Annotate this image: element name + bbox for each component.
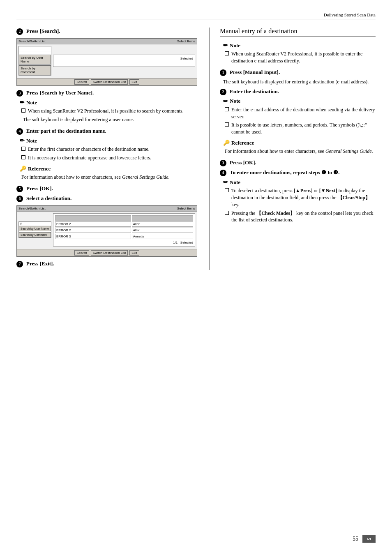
step-2-press-search: 2 Press [Search].: [16, 28, 197, 35]
ss2-footer: Search Switch Destination List Exit: [17, 249, 197, 256]
r-note-2-item-2: It is possible to use letters, numbers, …: [223, 122, 376, 136]
step-3-num: 3: [16, 90, 23, 97]
r-step-1-body: The soft keyboard is displayed for enter…: [220, 78, 376, 85]
ss1-right: Selected: [53, 55, 195, 67]
right-column: Manual entry of a destination ✏ Note Whe…: [210, 28, 376, 270]
screenshot-1: Search/Switch List Select Items Search b…: [16, 38, 197, 86]
r-step-4: 4 To enter more destinations, repeat ste…: [220, 169, 376, 176]
note-4-item-1: Enter the first character or characters …: [20, 146, 197, 153]
r-step-3: 3 Press [OK].: [220, 159, 376, 166]
ref-4-text: For information about how to enter chara…: [20, 174, 197, 181]
r-step-4-num: 4: [220, 170, 226, 176]
ss2-row-allen2: ERROR 2 Allen: [55, 228, 193, 233]
ss1-left: Search by User Name Search by Comment: [18, 46, 51, 76]
r-step-1-label: Press [Manual Input].: [230, 69, 280, 76]
ss2-table: ERROR 2 Allen ERROR 2 Allen ERROR 3 Anne…: [54, 214, 194, 240]
r-step-2-label: Enter the destination.: [230, 88, 279, 95]
checkbox-r4-2: [225, 211, 229, 215]
r-note-4-item-2: Pressing the 【Check Modes】 key on the co…: [223, 210, 376, 224]
ss1-body: Search by User Name Search by Comment Se…: [17, 44, 197, 78]
r-step-3-num: 3: [220, 160, 226, 166]
step-5-label: Press [OK].: [26, 185, 53, 192]
step-6-num: 6: [16, 196, 23, 202]
step-6-label: Select a destination.: [26, 195, 71, 202]
ref-4: 🔑 Reference For information about how to…: [16, 166, 197, 181]
r-note-4-title: ✏ Note: [223, 179, 376, 186]
note-3-title: ✏ Note: [20, 99, 197, 106]
r-ref-2-title: 🔑 Reference: [223, 140, 376, 146]
page-footer: 55 5: [353, 535, 376, 543]
note-top: ✏ Note When using ScanRouter V2 Professi…: [220, 42, 376, 64]
left-column: 2 Press [Search]. Search/Switch List Sel…: [16, 28, 197, 270]
step-7: 7 Press [Exit].: [16, 260, 197, 267]
step-4: 4 Enter part of the destination name.: [16, 127, 197, 135]
ss2-row1: # Search by User Name Search by Comment: [18, 213, 195, 246]
tab-5: 5: [362, 535, 376, 543]
page-number: 55: [353, 536, 358, 542]
ss1-titlebar: Search/Switch List Select Items: [17, 39, 197, 44]
r-note-2-item-1: Enter the e-mail address of the destinat…: [223, 106, 376, 120]
screenshot-2: Search/Switch List Select Items # Search…: [16, 205, 197, 257]
note-4: ✏ Note Enter the first character or char…: [16, 137, 197, 161]
header-title: Delivering Stored Scan Data: [324, 12, 376, 17]
ss2-table-header: [55, 215, 193, 221]
step-2-label: Press [Search].: [26, 28, 60, 35]
checkbox-top-1: [225, 51, 229, 55]
checkbox-1: [21, 108, 25, 113]
ss2-right: ERROR 2 Allen ERROR 2 Allen ERROR 3 Anne…: [53, 213, 195, 246]
r-ref-2-text: For information about how to enter chara…: [223, 148, 376, 155]
step-3-label: Press [Search by User Name].: [26, 89, 94, 97]
step-3: 3 Press [Search by User Name].: [16, 89, 197, 97]
ss2-left: # Search by User Name Search by Comment: [18, 221, 51, 238]
r-step-2-num: 2: [220, 89, 226, 95]
checkbox-4-2: [21, 155, 25, 159]
section-title: Manual entry of a destination: [220, 28, 376, 37]
note-3-item-1: When using ScanRouter V2 Professional, i…: [20, 108, 197, 115]
r-ref-2: 🔑 Reference For information about how to…: [220, 140, 376, 155]
step-4-num: 4: [16, 128, 23, 135]
note-top-title: ✏ Note: [223, 42, 376, 49]
note-4-title: ✏ Note: [20, 137, 197, 144]
r-step-2: 2 Enter the destination.: [220, 88, 376, 95]
r-note-4-item-1: To deselect a destination, press [▲Prev.…: [223, 187, 376, 208]
r-note-2: ✏ Note Enter the e-mail address of the d…: [220, 98, 376, 136]
note-4-item-2: It is necessary to discriminate uppercas…: [20, 154, 197, 161]
note-top-item-1: When using ScanRouter V2 Professional, i…: [223, 51, 376, 64]
step-6: 6 Select a destination.: [16, 195, 197, 202]
ss2-body: # Search by User Name Search by Comment: [17, 212, 197, 249]
r-note-2-title: ✏ Note: [223, 98, 376, 105]
ss2-row-allen1: ERROR 2 Allen: [55, 221, 193, 227]
note-3: ✏ Note When using ScanRouter V2 Professi…: [16, 99, 197, 123]
r-step-3-label: Press [OK].: [230, 159, 256, 166]
ss2-row-annette: ERROR 3 Annette: [55, 234, 193, 239]
step-4-label: Enter part of the destination name.: [26, 127, 106, 135]
step-5: 5 Press [OK].: [16, 185, 197, 192]
checkbox-4-1: [21, 147, 25, 151]
r-note-4: ✏ Note To deselect a destination, press …: [220, 179, 376, 223]
ss1-row1: Search by User Name Search by Comment Se…: [18, 46, 195, 76]
note-3-text: The soft keyboard is displayed for enter…: [20, 116, 197, 123]
step-5-num: 5: [16, 186, 23, 192]
ss1-footer: Search Switch Destination List Exit: [17, 78, 197, 85]
r-step-1-num: 1: [220, 69, 226, 76]
r-step-4-label: To enter more destinations, repeat steps…: [230, 169, 340, 176]
r-step-1: 1 Press [Manual Input].: [220, 69, 376, 76]
header: Delivering Stored Scan Data: [16, 12, 376, 19]
checkbox-r2-2: [225, 122, 229, 127]
step-7-label: Press [Exit].: [26, 260, 54, 267]
ss2-titlebar: Search/Switch List Select Items: [17, 206, 197, 212]
checkbox-r4-1: [225, 188, 229, 192]
ref-4-title: 🔑 Reference: [20, 166, 197, 172]
step-7-num: 7: [16, 261, 23, 267]
checkbox-r2-1: [225, 107, 229, 111]
step-2-num: 2: [16, 28, 23, 35]
